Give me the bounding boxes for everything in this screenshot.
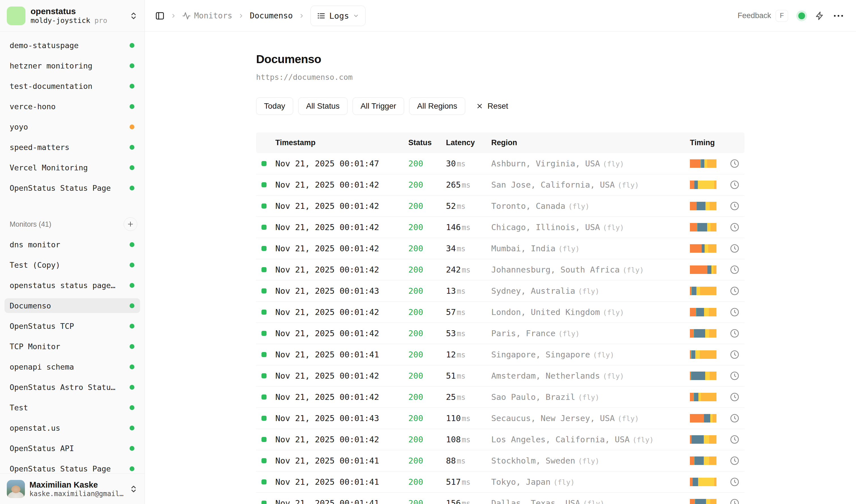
table-row[interactable]: Nov 21, 2025 00:01:41 200 12ms Singapore… [256, 344, 745, 365]
sidebar-item-tcp-monitor[interactable]: TCP Monitor [4, 339, 140, 354]
clock-icon[interactable] [730, 159, 740, 169]
sidebar-group-monitors: dns monitor Test (Copy) openstatus statu… [4, 237, 140, 473]
row-latency: 265ms [446, 180, 491, 190]
filter-trigger-button[interactable]: All Trigger [353, 97, 404, 115]
timing-segment-tls [697, 223, 707, 232]
sidebar-item-openstatus-tcp[interactable]: OpenStatus TCP [4, 319, 140, 334]
sidebar-item-openstatus-status-page[interactable]: OpenStatus Status Page [4, 181, 140, 195]
clock-icon[interactable] [730, 244, 740, 254]
sidebar-item-verce-hono[interactable]: verce-hono [4, 99, 140, 114]
sidebar-toggle-icon[interactable] [155, 11, 165, 21]
row-timestamp: Nov 21, 2025 00:01:41 [275, 498, 408, 504]
table-row[interactable]: Nov 21, 2025 00:01:41 200 517ms Tokyo, J… [256, 471, 745, 493]
workspace-switcher[interactable]: openstatus moldy-joystick pro [0, 0, 145, 32]
monitor-status-dot [130, 104, 135, 109]
clock-icon[interactable] [730, 371, 740, 381]
user-menu[interactable]: Maximilian Kaske kaske.maximilian@gmail… [0, 473, 145, 504]
zap-icon[interactable] [815, 11, 824, 20]
clock-icon[interactable] [730, 307, 740, 317]
sidebar-item-openstatus-status-page[interactable]: OpenStatus Status Page [4, 461, 140, 473]
clock-icon[interactable] [730, 222, 740, 232]
more-options-button[interactable] [832, 13, 845, 18]
clock-icon[interactable] [730, 434, 740, 445]
table-row[interactable]: Nov 21, 2025 00:01:42 200 51ms Amsterdam… [256, 365, 745, 386]
clock-icon[interactable] [730, 265, 740, 275]
sidebar-item-yoyo[interactable]: yoyo [4, 120, 140, 134]
row-region: Singapore, Singapore(fly) [491, 350, 690, 359]
row-status-square [262, 395, 267, 400]
sidebar-item-openstatus-status-page[interactable]: openstatus status page… [4, 278, 140, 293]
table-row[interactable]: Nov 21, 2025 00:01:43 200 13ms Sydney, A… [256, 281, 745, 302]
table-row[interactable]: Nov 21, 2025 00:01:47 200 30ms Ashburn, … [256, 153, 745, 174]
filter-regions-button[interactable]: All Regions [409, 97, 465, 115]
timing-bar [690, 456, 716, 465]
table-row[interactable]: Nov 21, 2025 00:01:42 200 52ms Toronto, … [256, 196, 745, 217]
row-latency: 57ms [446, 307, 491, 317]
sidebar-item-test[interactable]: Test [4, 400, 140, 415]
row-latency-value: 12 [446, 350, 456, 359]
timing-bar [690, 287, 716, 295]
sidebar-item-openstatus-api[interactable]: OpenStatus API [4, 441, 140, 456]
filter-status-button[interactable]: All Status [298, 97, 347, 115]
clock-icon[interactable] [730, 413, 740, 424]
sidebar-item-openstat-us[interactable]: openstat.us [4, 420, 140, 435]
timing-segment-ttfb [711, 266, 713, 274]
breadcrumb: Monitors Documenso Logs [155, 6, 737, 26]
table-row[interactable]: Nov 21, 2025 00:01:41 200 88ms Stockholm… [256, 450, 745, 471]
table-row[interactable]: Nov 21, 2025 00:01:42 200 53ms Paris, Fr… [256, 323, 745, 344]
clock-icon[interactable] [730, 286, 740, 296]
timing-segment-dns [690, 159, 700, 168]
clock-icon[interactable] [730, 328, 740, 339]
logs-table-body: Nov 21, 2025 00:01:47 200 30ms Ashburn, … [256, 153, 745, 504]
row-timestamp: Nov 21, 2025 00:01:42 [275, 244, 408, 253]
user-avatar [7, 480, 25, 498]
table-row[interactable]: Nov 21, 2025 00:01:43 200 110ms Secaucus… [256, 408, 745, 429]
feedback-button[interactable]: Feedback F [737, 10, 788, 22]
breadcrumb-monitors[interactable]: Monitors [182, 11, 232, 20]
row-status-code: 200 [408, 456, 446, 466]
sidebar-item-openstatus-astro-statu[interactable]: OpenStatus Astro Statu… [4, 380, 140, 395]
table-row[interactable]: Nov 21, 2025 00:01:41 200 156ms Dallas, … [256, 493, 745, 504]
table-row[interactable]: Nov 21, 2025 00:01:42 200 265ms San Jose… [256, 174, 745, 196]
sidebar-item-openapi-schema[interactable]: openapi schema [4, 359, 140, 374]
clock-icon[interactable] [730, 477, 740, 487]
row-status-square [262, 225, 267, 230]
clock-icon[interactable] [730, 201, 740, 211]
row-latency-value: 110 [446, 413, 461, 423]
table-row[interactable]: Nov 21, 2025 00:01:42 200 57ms London, U… [256, 302, 745, 323]
sidebar-item-label: verce-hono [10, 102, 56, 111]
user-name: Maximilian Kaske [30, 480, 125, 490]
sidebar-item-documenso[interactable]: Documenso [4, 298, 140, 313]
table-row[interactable]: Nov 21, 2025 00:01:42 200 108ms Los Ange… [256, 429, 745, 450]
row-latency-value: 25 [446, 392, 456, 402]
row-latency-value: 242 [446, 265, 461, 274]
table-row[interactable]: Nov 21, 2025 00:01:42 200 242ms Johannes… [256, 259, 745, 281]
row-region-provider: (fly) [618, 415, 639, 423]
table-row[interactable]: Nov 21, 2025 00:01:42 200 25ms Sao Paulo… [256, 386, 745, 408]
breadcrumb-page[interactable]: Documenso [250, 11, 293, 20]
clock-icon[interactable] [730, 392, 740, 402]
clock-icon[interactable] [730, 180, 740, 190]
sidebar-item-test-copy[interactable]: Test (Copy) [4, 257, 140, 272]
table-row[interactable]: Nov 21, 2025 00:01:42 200 146ms Chicago,… [256, 217, 745, 238]
reset-filters-button[interactable]: Reset [470, 97, 514, 115]
row-latency-unit: ms [462, 478, 470, 486]
sidebar-item-hetzner-monitoring[interactable]: hetzner monitoring [4, 58, 140, 73]
sidebar-item-test-documentation[interactable]: test-documentation [4, 79, 140, 93]
table-row[interactable]: Nov 21, 2025 00:01:42 200 34ms Mumbai, I… [256, 238, 745, 259]
row-latency-value: 146 [446, 222, 461, 232]
sidebar-item-speed-matters[interactable]: speed-matters [4, 140, 140, 155]
sidebar-item-dns-monitor[interactable]: dns monitor [4, 237, 140, 252]
filter-date-button[interactable]: Today [256, 97, 293, 115]
sidebar-item-vercel-monitoring[interactable]: Vercel Monitoring [4, 160, 140, 175]
system-status-dot[interactable] [798, 13, 805, 19]
timing-segment-dns [690, 393, 694, 401]
add-monitor-button[interactable] [124, 217, 137, 231]
clock-icon[interactable] [730, 349, 740, 360]
row-status-square [262, 246, 267, 251]
clock-icon[interactable] [730, 498, 740, 504]
row-timestamp: Nov 21, 2025 00:01:41 [275, 477, 408, 487]
view-selector-button[interactable]: Logs [310, 6, 366, 26]
sidebar-item-demo-statuspage[interactable]: demo-statuspage [4, 38, 140, 53]
clock-icon[interactable] [730, 456, 740, 466]
